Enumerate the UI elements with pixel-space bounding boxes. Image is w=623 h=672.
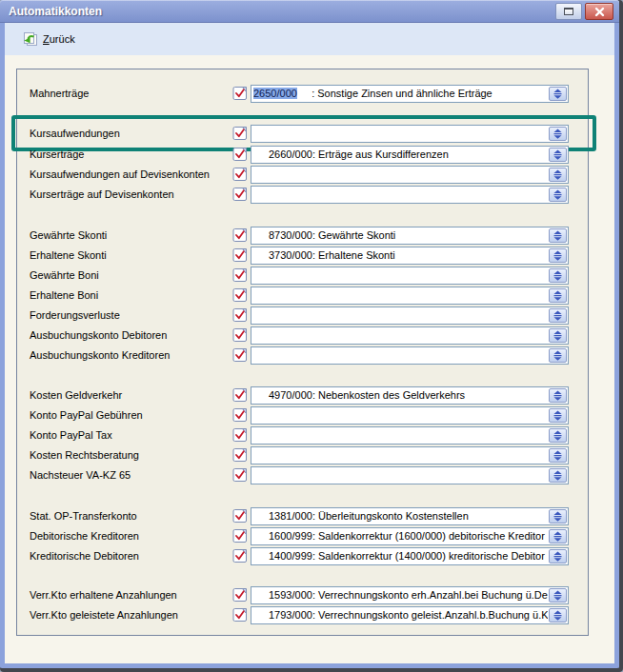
automatikkonten-window: Automatikkonten Zurück Mahnerträge: [0, 0, 619, 668]
checked-note-icon[interactable]: [232, 347, 248, 363]
field-label: Verr.Kto erhaltene Anzahlungen: [30, 586, 177, 604]
account-combobox[interactable]: [251, 166, 569, 184]
account-combobox[interactable]: [251, 287, 569, 305]
account-combobox[interactable]: [251, 186, 569, 204]
account-combobox[interactable]: [251, 346, 569, 365]
up-down-spinner-icon: [553, 430, 563, 441]
checked-note-icon[interactable]: [232, 587, 248, 603]
account-combobox[interactable]: [251, 306, 569, 325]
checked-note-icon[interactable]: [232, 327, 248, 343]
checked-note-icon[interactable]: [232, 387, 248, 403]
account-combobox[interactable]: [251, 446, 569, 464]
account-combobox[interactable]: 1593/000: Verrechnungskonto erh.Anzahl.b…: [251, 586, 569, 604]
checked-note-icon[interactable]: [232, 247, 248, 263]
field-label: Debitorische Kreditoren: [30, 527, 139, 545]
account-combobox[interactable]: 1793/000: Verrechnungskonto geleist.Anza…: [251, 606, 569, 624]
spinner-buttons[interactable]: [549, 168, 567, 182]
field-row-mahnertraege: Mahnerträge 2650/000 : Sonstige Zinsen u…: [17, 85, 588, 103]
up-down-spinner-icon: [553, 330, 563, 341]
account-combobox[interactable]: 2650/000 : Sonstige Zinsen und ähnliche …: [251, 85, 569, 103]
spinner-buttons[interactable]: [549, 468, 567, 483]
spinner-buttons[interactable]: [549, 127, 567, 141]
checked-note-icon[interactable]: [232, 548, 248, 563]
field-row-kosten-geldverkehr: Kosten Geldverkehr 4970/000: Nebenkosten…: [17, 386, 588, 405]
up-down-spinner-icon: [553, 189, 563, 200]
combobox-value: [251, 126, 548, 142]
spinner-buttons[interactable]: [549, 388, 567, 403]
field-row-erhaltene-skonti: Erhaltene Skonti 3730/000: Erhaltene Sko…: [17, 247, 588, 265]
combobox-value: [251, 267, 548, 284]
checked-note-icon[interactable]: [232, 607, 248, 623]
account-combobox[interactable]: 8730/000: Gewährte Skonti: [251, 227, 569, 245]
checked-note-icon[interactable]: [232, 407, 248, 423]
checked-note-icon[interactable]: [232, 227, 248, 243]
spinner-buttons[interactable]: [549, 428, 567, 443]
checked-note-icon[interactable]: [232, 447, 248, 463]
spinner-buttons[interactable]: [549, 288, 567, 303]
spinner-buttons[interactable]: [549, 148, 567, 162]
checked-note-icon[interactable]: [232, 86, 248, 101]
back-button[interactable]: Zurück: [18, 30, 79, 49]
combobox-value: 1381/000: Überleitungskonto Kostenstelle…: [251, 508, 548, 524]
account-combobox[interactable]: 1400/999: Saldenkorrektur (1400/000) kre…: [251, 547, 569, 565]
account-combobox[interactable]: 1600/999: Saldenkorrektur (1600/000) deb…: [251, 527, 569, 545]
checked-note-icon[interactable]: [232, 467, 248, 483]
combobox-value: [251, 427, 548, 444]
field-label: Ausbuchungskonto Kreditoren: [30, 346, 170, 365]
combobox-value: [251, 407, 548, 424]
field-label: Kursaufwendungen: [30, 125, 120, 143]
spinner-buttons[interactable]: [549, 328, 567, 343]
field-label: Konto PayPal Gebühren: [30, 406, 143, 425]
account-combobox[interactable]: [251, 406, 569, 425]
spinner-buttons[interactable]: [549, 509, 567, 524]
spinner-buttons[interactable]: [549, 448, 567, 463]
up-down-spinner-icon: [553, 531, 563, 542]
account-combobox[interactable]: 3730/000: Erhaltene Skonti: [251, 247, 569, 265]
account-combobox[interactable]: 1381/000: Überleitungskonto Kostenstelle…: [251, 507, 569, 525]
spinner-buttons[interactable]: [549, 408, 567, 423]
checked-note-icon[interactable]: [232, 528, 248, 544]
field-row-kursaufwendungen: Kursaufwendungen: [17, 125, 588, 143]
up-down-spinner-icon: [553, 149, 563, 160]
checked-note-icon[interactable]: [232, 508, 248, 524]
account-combobox[interactable]: [251, 267, 569, 285]
restore-window-button[interactable]: [555, 3, 582, 20]
field-row-erhaltene-boni: Erhaltene Boni: [17, 287, 588, 305]
checked-note-icon[interactable]: [232, 167, 248, 182]
combobox-value: [251, 327, 548, 344]
checked-note-icon[interactable]: [232, 126, 248, 141]
titlebar[interactable]: Automatikkonten: [0, 0, 619, 23]
checked-note-icon[interactable]: [232, 427, 248, 443]
spinner-buttons[interactable]: [549, 188, 567, 202]
spinner-buttons[interactable]: [549, 529, 567, 544]
spinner-buttons[interactable]: [549, 228, 567, 243]
spinner-buttons[interactable]: [549, 268, 567, 283]
spinner-buttons[interactable]: [549, 608, 567, 623]
field-label: Gewährte Boni: [30, 267, 99, 285]
checked-note-icon[interactable]: [232, 287, 248, 303]
spinner-buttons[interactable]: [549, 87, 567, 101]
field-label: Verr.Kto geleistete Anzahlungen: [30, 606, 178, 624]
close-button[interactable]: [585, 3, 613, 20]
spinner-buttons[interactable]: [549, 348, 567, 363]
up-down-spinner-icon: [553, 470, 563, 481]
spinner-buttons[interactable]: [549, 308, 567, 323]
account-combobox[interactable]: 4970/000: Nebenkosten des Geldverkehrs: [251, 386, 569, 405]
spinner-buttons[interactable]: [549, 248, 567, 263]
account-combobox[interactable]: 2660/000: Erträge aus Kursdifferenzen: [251, 146, 569, 164]
checked-note-icon[interactable]: [232, 267, 248, 283]
account-combobox[interactable]: [251, 426, 569, 445]
account-combobox[interactable]: [251, 125, 569, 143]
account-combobox[interactable]: [251, 326, 569, 345]
field-row-verrkto-erhaltene: Verr.Kto erhaltene Anzahlungen 1593/000:…: [17, 586, 588, 604]
combobox-value: 2660/000: Erträge aus Kursdifferenzen: [251, 147, 548, 163]
spinner-buttons[interactable]: [549, 549, 567, 563]
account-combobox[interactable]: [251, 466, 569, 484]
checked-note-icon[interactable]: [232, 187, 248, 202]
up-down-spinner-icon: [553, 270, 563, 281]
spinner-buttons[interactable]: [549, 588, 567, 603]
checked-note-icon[interactable]: [232, 307, 248, 323]
checked-note-icon[interactable]: [232, 147, 248, 162]
up-down-spinner-icon: [553, 250, 563, 261]
close-x-icon: [594, 7, 605, 17]
